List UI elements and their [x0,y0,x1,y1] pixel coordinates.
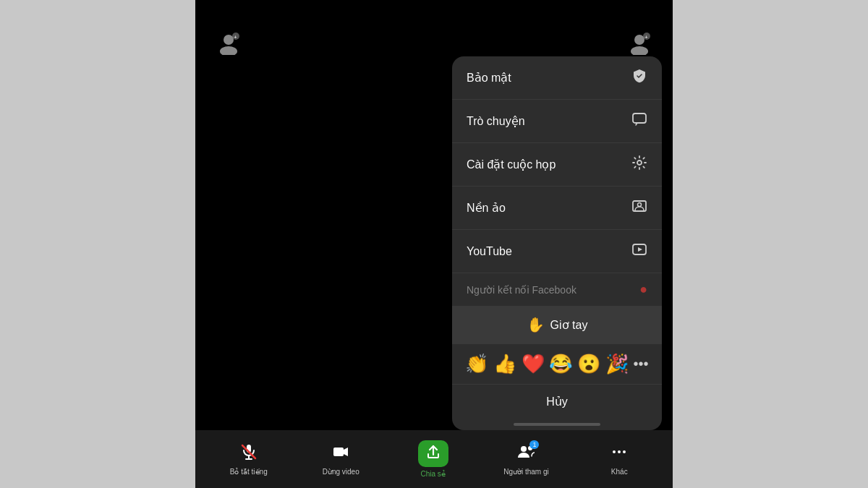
phone-frame: + + Bảo mật Trò chuyện [195,0,673,488]
bottom-toolbar: Bỏ tắt tiếng Dừng video Chia sẻ [195,430,673,488]
participant-2-icon[interactable]: + [628,32,651,55]
svg-point-22 [613,450,616,453]
toolbar-more[interactable]: Khác [597,443,641,476]
emoji-wow[interactable]: 😮 [577,353,600,375]
svg-point-4 [634,35,644,45]
play-icon [631,241,647,261]
svg-point-0 [224,35,234,45]
microphone-muted-icon [240,443,258,465]
svg-marker-13 [638,247,642,252]
chat-icon [631,111,647,131]
share-icon [418,440,448,467]
svg-text:+: + [644,34,648,40]
cancel-label: Hủy [546,395,568,408]
emoji-more-button[interactable]: ••• [634,356,649,372]
participant-1-icon[interactable]: + [217,32,240,55]
more-label: Khác [611,468,628,476]
svg-point-24 [623,450,626,453]
share-label: Chia sẻ [421,470,446,478]
svg-point-1 [220,46,237,55]
emoji-thumbsup[interactable]: 👍 [493,353,516,375]
svg-marker-19 [344,448,348,456]
menu-item-youtube[interactable]: YouTube [452,230,662,273]
menu-security-label: Bảo mật [467,71,511,85]
svg-rect-18 [333,448,344,456]
menu-item-settings[interactable]: Cài đặt cuộc họp [452,143,662,187]
menu-chat-label: Trò chuyện [467,114,525,128]
raise-hand-emoji: ✋ [527,316,545,333]
context-menu: Bảo mật Trò chuyện Cài đặt cuộc họp [452,56,662,430]
svg-rect-8 [633,114,646,123]
svg-text:+: + [234,34,237,40]
toolbar-share[interactable]: Chia sẻ [412,440,455,478]
shield-icon [631,68,647,87]
emoji-reaction-row: 👏 👍 ❤️ 😂 😮 🎉 ••• [452,343,662,384]
video-icon [332,443,349,465]
emoji-party[interactable]: 🎉 [605,353,629,375]
toolbar-video[interactable]: Dừng video [319,443,362,476]
emoji-laugh[interactable]: 😂 [549,353,572,375]
svg-point-23 [618,450,621,453]
scroll-indicator [514,423,600,426]
participants-label: Người tham gi [503,468,549,476]
cancel-button[interactable]: Hủy [452,384,662,419]
toolbar-participants[interactable]: 1 Người tham gi [503,443,549,476]
svg-point-20 [521,446,527,452]
menu-item-security[interactable]: Bảo mật [452,56,662,100]
more-icon [610,443,628,465]
menu-facebook-label: Người kết nối Facebook [467,284,576,296]
svg-point-11 [638,203,642,207]
menu-settings-label: Cài đặt cuộc họp [467,158,556,171]
emoji-heart[interactable]: ❤️ [522,353,545,375]
raise-hand-button[interactable]: ✋ Giơ tay [452,306,662,343]
toolbar-mute[interactable]: Bỏ tắt tiếng [227,443,271,476]
raise-hand-label: Giơ tay [550,318,588,332]
participants-icon: 1 [517,443,535,465]
menu-item-chat[interactable]: Trò chuyện [452,100,662,143]
menu-background-label: Nền ảo [467,201,506,215]
settings-icon [631,155,647,174]
emoji-clap[interactable]: 👏 [465,353,488,375]
mute-label: Bỏ tắt tiếng [230,468,268,476]
person-photo-icon [631,198,647,218]
svg-point-9 [637,160,642,165]
svg-point-5 [631,46,648,55]
menu-item-facebook[interactable]: Người kết nối Facebook ● [452,273,662,306]
video-label: Dừng video [323,468,359,476]
menu-item-background[interactable]: Nền ảo [452,187,662,230]
facebook-icon: ● [639,282,647,297]
menu-youtube-label: YouTube [467,245,512,258]
